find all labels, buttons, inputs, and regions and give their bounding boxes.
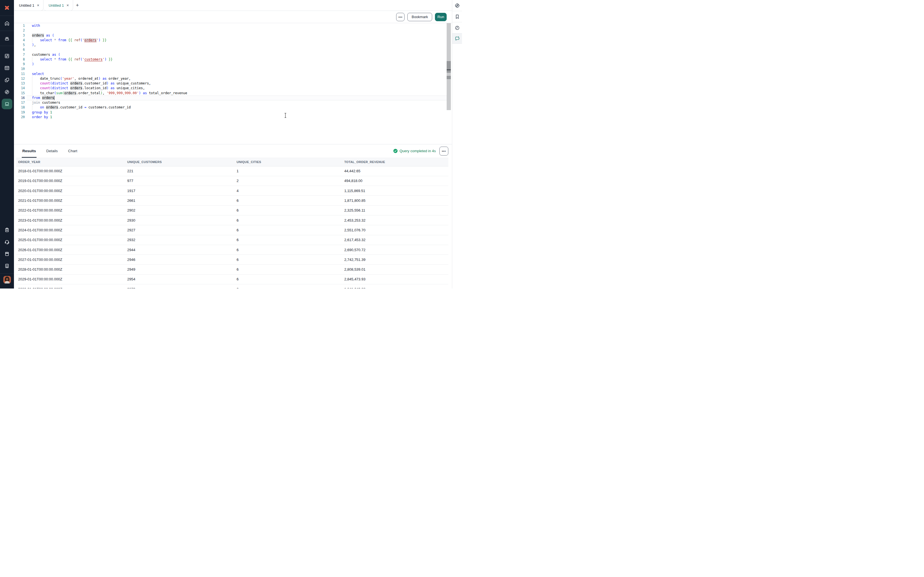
table-cell: 2946 [125, 258, 234, 262]
table-cell: 6 [234, 218, 342, 222]
code-line-2[interactable] [32, 28, 447, 33]
code-line-10[interactable] [32, 67, 447, 71]
table-cell: 2021-01-01T00:00:00.000Z [16, 198, 125, 203]
indent-guide [32, 76, 32, 81]
sidebar-item-organization[interactable] [0, 260, 14, 272]
code-line-8[interactable]: select * from {{ ref('customers') }} [32, 57, 447, 62]
tab-results[interactable]: Results [22, 144, 36, 158]
sidebar-item-home[interactable] [0, 16, 14, 31]
table-row: 2027-01-01T00:00:00.000Z294662,742,751.3… [16, 255, 449, 264]
close-icon[interactable]: ✕ [66, 4, 69, 7]
rail-item-history[interactable] [452, 22, 462, 34]
table-cell: 1,841,049.32 [342, 287, 449, 288]
close-icon[interactable]: ✕ [37, 4, 39, 7]
code-line-3[interactable]: orders as ( [32, 33, 447, 38]
table-cell: 2,690,570.72 [342, 248, 449, 252]
sidebar-item-support[interactable] [0, 236, 14, 248]
code-line-1[interactable]: with [32, 23, 447, 28]
code-line-4[interactable]: select * from {{ ref('orders') }} [32, 38, 447, 43]
rail-item-explore[interactable] [452, 0, 462, 11]
rail-item-bookmarks[interactable] [452, 11, 462, 22]
table-cell: 2029-01-01T00:00:00.000Z [16, 277, 125, 281]
column-header-total-order-revenue: TOTAL_ORDER_REVENUE [342, 160, 449, 164]
indent-guide [32, 86, 32, 90]
table-cell: 2026-01-01T00:00:00.000Z [16, 248, 125, 252]
code-line-11[interactable]: select [32, 72, 447, 76]
indent-guide [32, 81, 32, 86]
code-line-13[interactable]: count(distinct orders.customer_id) as un… [32, 81, 447, 86]
table-cell: 2932 [125, 238, 234, 242]
chat-sparkles-icon [454, 35, 460, 41]
code-content[interactable]: withorders as ( select * from {{ ref('or… [32, 23, 447, 119]
sidebar-item-code-editor[interactable] [0, 62, 14, 74]
code-line-15[interactable]: to_char(sum(orders.order_total), '999,99… [32, 91, 447, 96]
more-options-button[interactable]: ••• [396, 13, 404, 21]
table-cell: 6 [234, 198, 342, 203]
sql-editor[interactable]: 1234567891011121314151617181920 withorde… [14, 23, 452, 144]
table-cell: 2 [234, 179, 342, 183]
editor-toolbar: ••• Bookmark Run [14, 11, 452, 23]
code-line-5[interactable]: ), [32, 43, 447, 47]
headset-icon [4, 239, 10, 245]
table-cell: 2930 [125, 218, 234, 222]
code-line-9[interactable]: ) [32, 62, 447, 67]
table-cell: 6 [234, 238, 342, 242]
paradime-logo-icon [4, 5, 10, 11]
new-tab-button[interactable]: + [73, 0, 81, 11]
home-icon [4, 21, 10, 26]
table-cell: 2927 [125, 228, 234, 232]
sidebar-user-avatar[interactable] [0, 276, 14, 284]
code-window-icon [4, 65, 10, 71]
table-cell: 1 [234, 169, 342, 173]
table-cell: 2024-01-01T00:00:00.000Z [16, 228, 125, 232]
grid-icon [4, 53, 10, 59]
table-cell: 2949 [125, 267, 234, 271]
code-line-6[interactable] [32, 47, 447, 52]
code-line-12[interactable]: date_trunc('year', ordered_at) as order_… [32, 76, 447, 81]
table-cell: 44,442.65 [342, 169, 449, 173]
code-line-14[interactable]: count(distinct orders.location_id) as un… [32, 86, 447, 90]
code-line-18[interactable]: on orders.customer_id = customers.custom… [32, 105, 447, 110]
indent-guide [32, 57, 32, 62]
results-more-options-button[interactable]: ••• [439, 147, 448, 156]
editor-scrollbar[interactable] [447, 23, 451, 110]
tab-chart[interactable]: Chart [68, 144, 77, 158]
results-table: ORDER_YEAR UNIQUE_CUSTOMERS UNIQUE_CITIE… [16, 158, 449, 289]
active-item-pill [2, 99, 12, 109]
sidebar-item-apps-grid[interactable] [0, 50, 14, 62]
bookmark-button[interactable]: Bookmark [407, 13, 432, 21]
table-cell: 2,551,076.70 [342, 228, 449, 232]
sidebar-item-branches[interactable] [0, 74, 14, 86]
table-cell: 6 [234, 248, 342, 252]
tab-details[interactable]: Details [46, 144, 58, 158]
table-row: 2024-01-01T00:00:00.000Z292762,551,076.7… [16, 225, 449, 235]
table-cell: 494,818.00 [342, 179, 449, 183]
scrollbar-thumb[interactable] [447, 61, 451, 73]
tab-untitled-1-active[interactable]: Untitled 1 ✕ [14, 0, 44, 11]
scrollbar-thumb-2[interactable] [447, 76, 451, 79]
table-row: 2020-01-01T00:00:00.000Z191741,115,869.5… [16, 186, 449, 196]
table-row: 2029-01-01T00:00:00.000Z295462,845,473.9… [16, 274, 449, 284]
table-cell: 1,871,800.85 [342, 198, 449, 203]
run-button[interactable]: Run [435, 13, 447, 21]
table-cell: 2,742,751.39 [342, 258, 449, 262]
sidebar-item-stack[interactable] [0, 31, 14, 46]
sidebar-item-docs[interactable] [0, 248, 14, 260]
code-line-20[interactable]: order by 1 [32, 115, 447, 119]
sidebar-item-explore[interactable] [0, 86, 14, 98]
rail-item-ai-chat[interactable] [452, 34, 462, 44]
table-cell: 1917 [125, 189, 234, 193]
code-line-16[interactable]: from orders [32, 96, 447, 100]
indent-guide [32, 91, 32, 96]
table-cell: 221 [125, 169, 234, 173]
line-number-gutter: 1234567891011121314151617181920 [14, 23, 25, 119]
code-line-7[interactable]: customers as ( [32, 52, 447, 57]
app-logo[interactable] [0, 0, 14, 16]
code-line-19[interactable]: group by 1 [32, 110, 447, 115]
table-row: 2022-01-01T00:00:00.000Z290262,325,556.1… [16, 206, 449, 216]
sidebar-item-changelog[interactable] [0, 224, 14, 236]
tab-untitled-1[interactable]: Untitled 1 ✕ [44, 0, 73, 11]
code-line-17[interactable]: join customers [32, 100, 447, 105]
sidebar-item-terminal-active[interactable] [0, 98, 14, 110]
table-cell: 2661 [125, 198, 234, 203]
